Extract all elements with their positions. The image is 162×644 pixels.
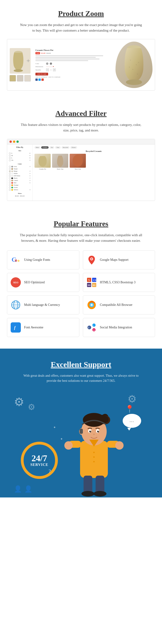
af-size-xl[interactable]: XL 18 xyxy=(9,159,31,161)
advanced-filter-desc: This feature allows visitors to simply s… xyxy=(18,122,144,133)
af-product-img-3 xyxy=(70,154,86,168)
feature-card-multilang: Multi language & Currency xyxy=(7,296,79,314)
excellent-support-section: Excellent Support With great deals and o… xyxy=(0,348,162,498)
svg-point-56 xyxy=(102,416,109,423)
google-maps-icon xyxy=(86,255,97,265)
pz-qty-value: 1 xyxy=(49,69,53,71)
af-color-orange[interactable]: Orange xyxy=(9,184,31,186)
list-item: Terra Cotta xyxy=(70,154,86,170)
fontawesome-label: Font Awesome xyxy=(24,325,43,330)
af-size-m[interactable]: M 84 xyxy=(9,155,31,156)
clock-inner: 24/7 SERVICE xyxy=(30,454,48,467)
pz-price-new: $24.00 xyxy=(41,52,45,54)
af-tag-boho[interactable]: Boho xyxy=(34,146,40,149)
pz-thumb-1[interactable] xyxy=(9,75,16,82)
svg-point-63 xyxy=(93,434,95,435)
pz-color-swatch-1[interactable] xyxy=(46,62,48,65)
pz-add-to-cart-btn[interactable]: ADD TO CART xyxy=(35,73,48,76)
html5-icon: 5 CSS 3BS BS xyxy=(86,277,97,288)
af-color-beige[interactable]: Beige 14 xyxy=(9,170,31,172)
svg-point-50 xyxy=(93,491,106,496)
af-color-camel[interactable]: Camel 14 xyxy=(9,180,31,182)
pz-google-icon[interactable] xyxy=(41,78,44,81)
social-media-icon: f t in xyxy=(86,322,97,332)
pz-thumb-2[interactable] xyxy=(17,75,23,82)
af-color-grey[interactable]: Grey 14 xyxy=(9,166,31,168)
pz-wishlist-link[interactable]: ADD TO WISHLIST xyxy=(35,76,47,78)
feature-card-fontawesome: f Font Awesome xyxy=(7,318,79,337)
support-person xyxy=(62,404,126,498)
af-tag-ceramic[interactable]: Ceramic xyxy=(41,146,49,149)
af-color-filter: Color Grey 14 Taupe Beige 14 White 14 xyxy=(9,163,31,191)
pz-left-panel xyxy=(9,48,31,82)
fa-badge: f xyxy=(11,322,21,332)
af-color-yellow[interactable]: Yellow 14 xyxy=(9,189,31,191)
af-size-s[interactable]: S 80 xyxy=(9,152,31,154)
advanced-filter-title: Advanced Filter xyxy=(7,109,155,118)
svg-text:5: 5 xyxy=(88,278,90,282)
sparkle-icon-1: ✦ xyxy=(53,426,56,430)
af-color-white[interactable]: White 14 xyxy=(9,172,31,174)
af-color-label: Color xyxy=(9,163,31,165)
pz-facebook-icon[interactable] xyxy=(35,78,38,81)
svg-point-66 xyxy=(93,452,95,453)
af-size-label: Size xyxy=(9,150,31,152)
af-price-filter: Price $0.00 - $50.00 xyxy=(9,192,31,197)
product-zoom-desc: Now you can zoom the product and get to … xyxy=(18,22,144,33)
svg-text:in: in xyxy=(93,329,95,331)
af-body: Filter By Size S 80 M 84 L 86 xyxy=(7,144,155,201)
pz-twitter-icon[interactable] xyxy=(38,78,41,81)
af-price-label: Price xyxy=(9,192,31,194)
pz-thumb-3[interactable] xyxy=(24,75,31,82)
af-tag-vase[interactable]: Vase xyxy=(55,146,60,149)
list-item: Rustic Vase xyxy=(52,154,68,170)
af-color-taupe[interactable]: Taupe xyxy=(9,168,31,170)
pz-qty-plus[interactable]: + xyxy=(53,68,56,71)
af-size-l[interactable]: L 86 xyxy=(9,157,31,159)
question-mark-icon: ? xyxy=(49,468,51,474)
feature-card-google-maps: Google Maps Support xyxy=(83,250,155,270)
fontawesome-icon: f xyxy=(11,322,21,332)
pz-right-panel xyxy=(115,42,153,88)
svg-point-5 xyxy=(136,64,137,65)
pz-compare-link[interactable]: ADD TO COMPARE xyxy=(48,76,60,78)
pz-qty-minus[interactable]: - xyxy=(46,68,49,71)
svg-text:BS: BS xyxy=(93,284,95,286)
feature-card-seo: SEO SEO Optimized xyxy=(7,273,79,292)
pz-center-panel: Ceramic Flower Pot Sale $24.00 $36.00 Co… xyxy=(33,48,113,82)
feature-card-google-fonts: G o o Using Google Fonts xyxy=(7,250,79,270)
popular-features-title: Popular Features xyxy=(7,220,155,228)
af-tag-pot[interactable]: Pot xyxy=(50,146,54,149)
feature-card-browser: Compatibile All Browser xyxy=(83,296,155,314)
af-color-black[interactable]: Black 13 xyxy=(9,177,31,179)
bottom-icons-row: 👤 👤 xyxy=(14,485,32,493)
af-maximize-dot xyxy=(16,140,19,143)
seo-icon: SEO xyxy=(11,277,21,288)
clock-247-text: 24/7 xyxy=(30,454,48,462)
af-tag-flower[interactable]: Flower xyxy=(70,146,77,149)
af-filter-sidebar: Filter By Size S 80 M 84 L 86 xyxy=(7,144,33,201)
clock-circle: 24/7 SERVICE xyxy=(21,442,58,479)
svg-point-68 xyxy=(93,461,95,462)
browser-icon xyxy=(86,300,97,310)
af-tag-recycled[interactable]: Recycled xyxy=(62,146,70,149)
svg-rect-33 xyxy=(12,324,19,331)
af-product-name-2: Rustic Vase xyxy=(52,168,68,170)
multilang-label: Multi language & Currency xyxy=(24,303,60,307)
svg-text:CSS: CSS xyxy=(93,279,97,282)
advanced-filter-mockup: Filter By Size S 80 M 84 L 86 xyxy=(7,139,155,201)
pz-options: Color Dimensions ————▼ Quantity - 1 + xyxy=(35,62,111,71)
pz-color-swatch-2[interactable] xyxy=(50,62,52,65)
user-icon-2: 👤 xyxy=(24,485,32,493)
speech-dots: ... xyxy=(130,418,134,423)
af-color-offwhite[interactable]: Off White 14 xyxy=(9,175,31,177)
af-product-grid: Ceramic Pot Rustic Vase xyxy=(34,154,153,170)
svg-point-9 xyxy=(138,62,139,63)
pz-product-name: Ceramic Flower Pot xyxy=(35,49,111,51)
af-color-red[interactable]: Red 16 xyxy=(9,182,31,184)
af-color-green[interactable]: Green xyxy=(9,186,31,188)
multilang-icon xyxy=(11,300,21,310)
af-product-name-3: Terra Cotta xyxy=(70,168,86,170)
pz-qty-control: - 1 + xyxy=(46,68,56,71)
features-grid: G o o Using Google Fonts Google Maps Sup… xyxy=(7,250,155,337)
